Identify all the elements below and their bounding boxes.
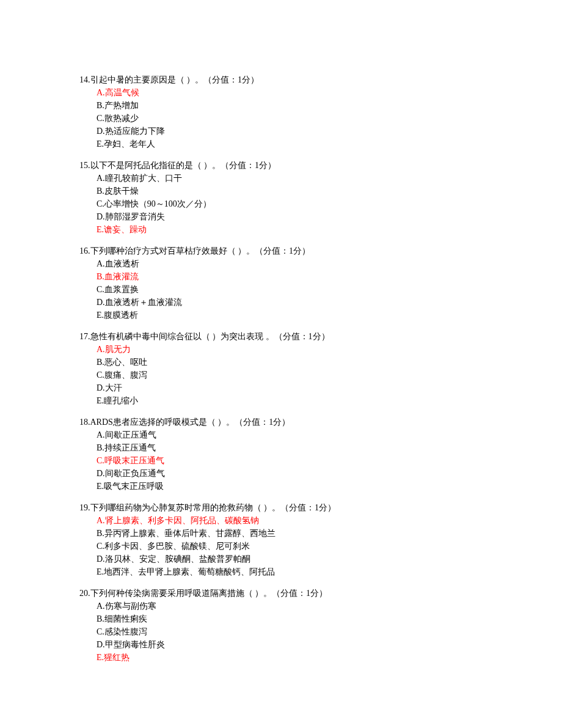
option-a: A.肌无力 [97,343,483,356]
question-number: 17 [79,332,88,341]
option-a: A.瞳孔较前扩大、口干 [97,172,483,185]
option-a: A.肾上腺素、利多卡因、阿托品、碳酸氢钠 [97,514,483,527]
option-d: D.间歇正负压通气 [97,467,483,480]
option-list: A.血液透析 B.血液灌流 C.血浆置换 D.血液透析＋血液灌流 E.腹膜透析 [79,257,483,322]
question-number: 18 [79,417,88,427]
question-stem: 20.下列何种传染病需要采用呼吸道隔离措施（ ）。（分值：1分） [79,587,483,600]
question-15: 15.以下不是阿托品化指征的是（ ）。（分值：1分） A.瞳孔较前扩大、口干 B… [79,159,483,236]
option-d: D.热适应能力下降 [97,125,483,138]
option-e: E.谵妄、躁动 [97,223,483,236]
option-b: B.产热增加 [97,99,483,112]
question-text: 下列哪组药物为心肺复苏时常用的抢救药物（ ）。（分值：1分） [90,503,337,512]
question-text: ARDS患者应选择的呼吸模式是（ ）。（分值：1分） [90,417,291,427]
question-text: 下列何种传染病需要采用呼吸道隔离措施（ ）。（分值：1分） [90,589,328,598]
question-number: 16 [79,246,88,256]
option-list: A.高温气候 B.产热增加 C.散热减少 D.热适应能力下降 E.孕妇、老年人 [79,86,483,150]
question-stem: 19.下列哪组药物为心肺复苏时常用的抢救药物（ ）。（分值：1分） [79,501,483,514]
option-d: D.大汗 [97,381,483,394]
option-e: E.猩红热 [97,651,483,664]
question-number: 19 [79,503,88,512]
option-c: C.散热减少 [97,112,483,125]
option-b: B.细菌性痢疾 [97,612,483,625]
option-d: D.洛贝林、安定、胺碘酮、盐酸普罗帕酮 [97,553,483,565]
option-e: E.瞳孔缩小 [97,394,483,407]
option-e: E.腹膜透析 [97,309,483,322]
question-stem: 17.急性有机磷中毒中间综合征以（ ）为突出表现 。（分值：1分） [79,330,483,343]
option-a: A.间歇正压通气 [97,428,483,441]
option-c: C.腹痛、腹泻 [97,369,483,381]
option-d: D.甲型病毒性肝炎 [97,638,483,651]
option-d: D.血液透析＋血液灌流 [97,296,483,309]
option-e: E.吸气末正压呼吸 [97,480,483,493]
question-text: 引起中暑的主要原因是（ ）。（分值：1分） [90,75,260,84]
question-number: 14 [79,75,88,84]
exam-page: 14.引起中暑的主要原因是（ ）。（分值：1分） A.高温气候 B.产热增加 C… [0,0,562,728]
option-list: A.间歇正压通气 B.持续正压通气 C.呼吸末正压通气 D.间歇正负压通气 E.… [79,428,483,493]
option-b: B.皮肤干燥 [97,185,483,197]
question-20: 20.下列何种传染病需要采用呼吸道隔离措施（ ）。（分值：1分） A.伤寒与副伤… [79,587,483,664]
option-list: A.瞳孔较前扩大、口干 B.皮肤干燥 C.心率增快（90～100次／分） D.肺… [79,172,483,236]
option-c: C.利多卡因、多巴胺、硫酸镁、尼可刹米 [97,540,483,553]
question-14: 14.引起中暑的主要原因是（ ）。（分值：1分） A.高温气候 B.产热增加 C… [79,73,483,150]
question-17: 17.急性有机磷中毒中间综合征以（ ）为突出表现 。（分值：1分） A.肌无力 … [79,330,483,407]
option-a: A.高温气候 [97,86,483,99]
option-c: C.血浆置换 [97,283,483,296]
question-18: 18.ARDS患者应选择的呼吸模式是（ ）。（分值：1分） A.间歇正压通气 B… [79,416,483,493]
option-list: A.伤寒与副伤寒 B.细菌性痢疾 C.感染性腹泻 D.甲型病毒性肝炎 E.猩红热 [79,600,483,664]
question-19: 19.下列哪组药物为心肺复苏时常用的抢救药物（ ）。（分值：1分） A.肾上腺素… [79,501,483,578]
option-b: B.持续正压通气 [97,441,483,454]
question-text: 以下不是阿托品化指征的是（ ）。（分值：1分） [90,161,277,170]
question-number: 15 [79,161,88,170]
question-stem: 15.以下不是阿托品化指征的是（ ）。（分值：1分） [79,159,483,172]
option-b: B.恶心、呕吐 [97,356,483,369]
question-stem: 16.下列哪种治疗方式对百草枯疗效最好（ ）。（分值：1分） [79,245,483,257]
option-e: E.地西泮、去甲肾上腺素、葡萄糖酸钙、阿托品 [97,565,483,578]
question-number: 20 [79,589,88,598]
option-a: A.伤寒与副伤寒 [97,600,483,612]
option-c: C.心率增快（90～100次／分） [97,197,483,210]
question-16: 16.下列哪种治疗方式对百草枯疗效最好（ ）。（分值：1分） A.血液透析 B.… [79,245,483,322]
option-list: A.肌无力 B.恶心、呕吐 C.腹痛、腹泻 D.大汗 E.瞳孔缩小 [79,343,483,407]
option-c: C.呼吸末正压通气 [97,454,483,467]
question-stem: 18.ARDS患者应选择的呼吸模式是（ ）。（分值：1分） [79,416,483,428]
option-list: A.肾上腺素、利多卡因、阿托品、碳酸氢钠 B.异丙肾上腺素、垂体后叶素、甘露醇、… [79,514,483,578]
option-b: B.异丙肾上腺素、垂体后叶素、甘露醇、西地兰 [97,527,483,540]
question-text: 下列哪种治疗方式对百草枯疗效最好（ ）。（分值：1分） [90,246,311,256]
question-stem: 14.引起中暑的主要原因是（ ）。（分值：1分） [79,73,483,86]
option-a: A.血液透析 [97,257,483,270]
option-c: C.感染性腹泻 [97,625,483,638]
option-b: B.血液灌流 [97,270,483,283]
option-e: E.孕妇、老年人 [97,138,483,150]
option-d: D.肺部湿罗音消失 [97,210,483,223]
question-text: 急性有机磷中毒中间综合征以（ ）为突出表现 。（分值：1分） [90,332,330,341]
